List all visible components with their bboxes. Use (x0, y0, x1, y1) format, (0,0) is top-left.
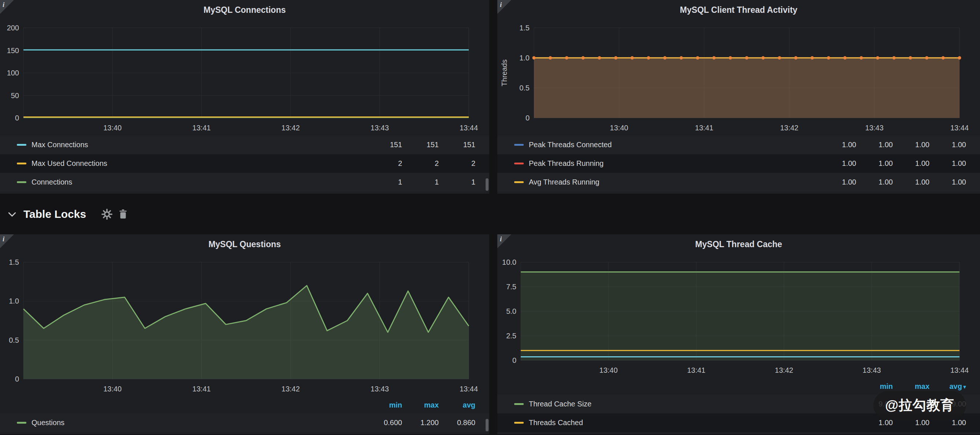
panel-info-icon[interactable]: i (497, 0, 511, 14)
panel-mysql-client-thread-activity: i MySQL Client Thread Activity 00.51.01.… (497, 0, 980, 194)
connections-line-chart[interactable]: 05010015020013:4013:4113:4213:4313:44 (0, 20, 489, 135)
legend-label[interactable]: Threads Cached (529, 419, 583, 427)
svg-text:13:44: 13:44 (950, 124, 969, 132)
svg-text:13:43: 13:43 (865, 124, 884, 132)
svg-text:0.5: 0.5 (9, 336, 19, 344)
panel-title[interactable]: MySQL Thread Cache (497, 234, 980, 254)
svg-text:1.0: 1.0 (519, 54, 530, 62)
legend-label[interactable]: Max Used Connections (32, 159, 107, 168)
legend-label[interactable]: Peak Threads Running (529, 159, 603, 168)
legend-row-max-connections[interactable]: Max Connections 151 151 151 (0, 135, 489, 154)
questions-line-chart[interactable]: 00.51.01.513:4013:4113:4213:4313:44 (0, 254, 489, 397)
legend-value: 1.00 (893, 141, 929, 149)
panel-info-icon[interactable]: i (0, 0, 14, 14)
info-glyph: i (3, 235, 5, 243)
svg-text:13:40: 13:40 (103, 124, 122, 132)
legend-row-avg-threads-running[interactable]: Avg Threads Running 1.00 1.00 1.00 1.00 (497, 173, 980, 192)
panel-row-bottom: i MySQL Questions 00.51.01.513:4013:4113… (0, 234, 980, 434)
panel-scrollbar[interactable] (485, 178, 488, 191)
info-glyph: i (500, 1, 502, 9)
svg-text:Threads: Threads (500, 59, 508, 86)
legend-value: 1 (439, 178, 475, 186)
svg-text:13:42: 13:42 (775, 366, 793, 374)
legend-label[interactable]: Thread Cache Size (529, 400, 592, 408)
legend-col-max[interactable]: max (402, 401, 439, 410)
series-swatch-icon (17, 181, 26, 183)
legend-row-peak-threads-running[interactable]: Peak Threads Running 1.00 1.00 1.00 1.00 (497, 154, 980, 173)
chevron-down-icon[interactable] (6, 209, 18, 220)
legend-col-avg[interactable]: avg▾ (929, 382, 966, 391)
legend-col-avg[interactable]: avg (439, 401, 475, 410)
panel-info-icon[interactable]: i (497, 234, 511, 248)
thread-activity-chart-area[interactable]: 00.51.01.513:4013:4113:4213:4313:44Threa… (497, 20, 980, 135)
svg-text:1.5: 1.5 (519, 24, 530, 32)
legend-value: 1.00 (893, 178, 929, 186)
legend-value: 1.00 (929, 159, 966, 168)
svg-text:13:42: 13:42 (282, 385, 300, 393)
legend-value: 1.00 (929, 178, 966, 186)
svg-text:150: 150 (7, 46, 19, 54)
svg-text:13:44: 13:44 (460, 385, 478, 393)
legend-row-connections[interactable]: Connections 1 1 1 (0, 173, 489, 192)
thread-cache-chart-area[interactable]: 02.55.07.510.013:4013:4113:4213:4313:44 (497, 254, 980, 378)
svg-text:13:41: 13:41 (695, 124, 713, 132)
dashboard: i MySQL Connections 05010015020013:4013:… (0, 0, 980, 435)
svg-text:1.5: 1.5 (9, 258, 19, 266)
trash-icon[interactable] (118, 209, 128, 219)
series-swatch-icon (514, 163, 524, 164)
svg-text:0: 0 (525, 114, 530, 122)
section-title[interactable]: Table Locks (24, 208, 86, 221)
series-swatch-icon (514, 181, 524, 183)
svg-text:2.5: 2.5 (506, 332, 516, 340)
legend-value: 1.00 (819, 159, 856, 168)
panel-info-icon[interactable]: i (0, 234, 14, 248)
svg-text:13:40: 13:40 (610, 124, 628, 132)
legend-label[interactable]: Peak Threads Connected (529, 141, 612, 149)
legend-label[interactable]: Max Connections (32, 141, 88, 149)
legend: Max Connections 151 151 151 Max Used Con… (0, 135, 489, 194)
svg-text:13:42: 13:42 (780, 124, 799, 132)
legend-row-max-used-connections[interactable]: Max Used Connections 2 2 2 (0, 154, 489, 173)
svg-text:13:43: 13:43 (371, 124, 389, 132)
svg-text:0: 0 (512, 356, 516, 364)
info-glyph: i (3, 1, 5, 9)
legend-value: 1.00 (819, 141, 856, 149)
svg-text:13:41: 13:41 (687, 366, 705, 374)
questions-chart-area[interactable]: 00.51.01.513:4013:4113:4213:4313:44 (0, 254, 489, 397)
svg-text:13:42: 13:42 (282, 124, 300, 132)
legend-col-min[interactable]: min (366, 401, 402, 410)
legend-value: 1.00 (856, 141, 893, 149)
sort-caret-icon: ▾ (963, 384, 966, 390)
svg-text:100: 100 (7, 69, 19, 77)
legend-label[interactable]: Avg Threads Running (529, 178, 600, 186)
connections-chart-area[interactable]: 05010015020013:4013:4113:4213:4313:44 (0, 20, 489, 135)
legend-value: 2 (402, 159, 439, 168)
panel-scrollbar[interactable] (485, 419, 488, 431)
svg-text:13:44: 13:44 (460, 124, 478, 132)
legend-label[interactable]: Connections (32, 178, 72, 186)
panel-row-top: i MySQL Connections 05010015020013:4013:… (0, 0, 980, 194)
panel-title[interactable]: MySQL Connections (0, 0, 489, 20)
series-swatch-icon (17, 422, 26, 424)
thread-activity-line-chart[interactable]: 00.51.01.513:4013:4113:4213:4313:44Threa… (497, 20, 980, 135)
gear-icon[interactable] (102, 209, 113, 220)
legend-value: 151 (366, 141, 402, 149)
series-swatch-icon (514, 403, 524, 405)
legend-value: 0.600 (366, 419, 402, 427)
svg-text:0: 0 (15, 114, 19, 122)
legend-col-min[interactable]: min (856, 382, 893, 391)
svg-text:13:40: 13:40 (600, 366, 618, 374)
legend-label[interactable]: Questions (32, 419, 64, 427)
series-swatch-icon (514, 144, 524, 146)
legend-row-peak-threads-connected[interactable]: Peak Threads Connected 1.00 1.00 1.00 1.… (497, 135, 980, 154)
legend-col-max[interactable]: max (893, 382, 929, 391)
legend-header: min max avg (0, 397, 489, 413)
legend-value: 2 (439, 159, 475, 168)
legend-row-questions[interactable]: Questions 0.600 1.200 0.860 (0, 413, 489, 432)
svg-text:50: 50 (11, 92, 19, 100)
series-swatch-icon (514, 422, 524, 424)
panel-title[interactable]: MySQL Client Thread Activity (497, 0, 980, 20)
legend: Peak Threads Connected 1.00 1.00 1.00 1.… (497, 135, 980, 194)
panel-title[interactable]: MySQL Questions (0, 234, 489, 254)
thread-cache-line-chart[interactable]: 02.55.07.510.013:4013:4113:4213:4313:44 (497, 254, 980, 378)
